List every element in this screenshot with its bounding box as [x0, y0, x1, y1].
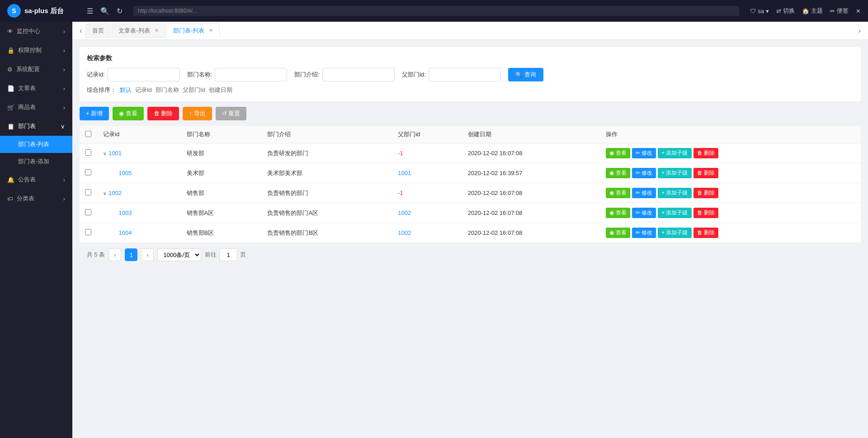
row-view-button[interactable]: ◉ 查看 — [606, 168, 630, 178]
sidebar-item-category[interactable]: 🏷分类表 › — [0, 189, 72, 208]
record-id-input[interactable] — [108, 68, 180, 81]
tab-home[interactable]: 首页 — [85, 24, 111, 38]
sidebar-item-article[interactable]: 📄文章表 › — [0, 79, 72, 98]
parent-id-value[interactable]: 1002 — [398, 229, 411, 236]
chevron-right-icon: › — [63, 195, 65, 202]
theme-button[interactable]: 🏠 主题 — [802, 7, 823, 15]
row-delete-button[interactable]: 🗑 删除 — [693, 188, 718, 198]
row-actions: ◉ 查看 ✏ 修改 + 添加子级 🗑 删除 — [606, 228, 855, 238]
page-1-button[interactable]: 1 — [125, 248, 137, 261]
parent-id-input[interactable] — [429, 68, 501, 81]
record-id-link[interactable]: 1002 — [108, 190, 122, 196]
row-checkbox[interactable] — [85, 209, 91, 215]
row-delete-button[interactable]: 🗑 删除 — [693, 148, 718, 158]
gear-icon: ⚙ — [7, 66, 13, 73]
next-page-button[interactable]: › — [141, 248, 154, 261]
row-delete-button[interactable]: 🗑 删除 — [693, 228, 718, 238]
row-add-child-button[interactable]: + 添加子级 — [658, 208, 691, 218]
cell-record-id: 1003 — [98, 203, 181, 223]
row-checkbox[interactable] — [85, 229, 91, 235]
row-add-child-button[interactable]: + 添加子级 — [658, 228, 691, 238]
close-icon[interactable]: ✕ — [856, 8, 861, 14]
record-id-link[interactable]: 1003 — [103, 209, 132, 216]
sort-option-default[interactable]: 默认 — [120, 86, 132, 94]
bookmark-button[interactable]: ✏ 便签 — [830, 7, 849, 15]
sidebar-item-system[interactable]: ⚙系统配置 › — [0, 60, 72, 79]
sidebar-item-dept-list[interactable]: 部门表-列表 — [0, 136, 72, 153]
url-bar: http://localhost:8080/#/... — [133, 6, 739, 16]
sidebar-item-dept[interactable]: 📋部门表 ∨ — [0, 117, 72, 136]
row-checkbox[interactable] — [85, 169, 91, 176]
th-actions: 操作 — [600, 126, 861, 143]
record-id-link[interactable]: 1004 — [103, 229, 132, 236]
row-edit-button[interactable]: ✏ 修改 — [632, 228, 656, 238]
search-button[interactable]: 🔍 查询 — [508, 68, 543, 81]
search-icon[interactable]: 🔍 — [100, 7, 109, 15]
sidebar-item-notice[interactable]: 🔔公告表 › — [0, 170, 72, 189]
reset-button[interactable]: ↺ 重置 — [216, 107, 247, 120]
row-edit-button[interactable]: ✏ 修改 — [632, 208, 656, 218]
parent-id-value[interactable]: 1001 — [398, 170, 411, 176]
dept-intro-input[interactable] — [322, 68, 395, 81]
sidebar-item-monitor[interactable]: 👁监控中心 › — [0, 22, 72, 41]
row-view-button[interactable]: ◉ 查看 — [606, 228, 630, 238]
view-button[interactable]: ◉ 查看 — [113, 107, 144, 120]
prev-page-button[interactable]: ‹ — [108, 248, 121, 261]
row-actions: ◉ 查看 ✏ 修改 + 添加子级 🗑 删除 — [606, 208, 855, 218]
sort-option-parent-id[interactable]: 父部门Id — [183, 86, 205, 94]
tab-prev-arrow[interactable]: ‹ — [76, 27, 85, 35]
row-view-button[interactable]: ◉ 查看 — [606, 188, 630, 198]
expand-icon[interactable]: ∨ — [103, 190, 107, 196]
row-checkbox[interactable] — [85, 149, 91, 156]
delete-button[interactable]: 🗑 删除 — [147, 107, 179, 120]
sort-option-dept-name[interactable]: 部门名称 — [156, 86, 179, 94]
select-all-checkbox[interactable] — [85, 131, 91, 137]
row-delete-button[interactable]: 🗑 删除 — [693, 208, 718, 218]
tab-article-list[interactable]: 文章表-列表 ✕ — [112, 24, 165, 38]
row-add-child-button[interactable]: + 添加子级 — [658, 148, 691, 158]
jump-suffix: 页 — [240, 251, 246, 259]
row-edit-button[interactable]: ✏ 修改 — [632, 148, 656, 158]
tab-dept-list[interactable]: 部门表-列表 ✕ — [166, 24, 220, 38]
refresh-icon[interactable]: ↻ — [117, 7, 123, 15]
row-checkbox[interactable] — [85, 189, 91, 195]
sort-option-record-id[interactable]: 记录Id — [135, 86, 152, 94]
add-button[interactable]: + 新增 — [80, 107, 109, 120]
parent-id-value[interactable]: 1002 — [398, 209, 411, 216]
page-size-select[interactable]: 1000条/页 500条/页 100条/页 — [157, 248, 201, 261]
tab-article-list-close[interactable]: ✕ — [155, 28, 159, 33]
th-parent-id: 父部门id — [392, 126, 462, 143]
sidebar-item-dept-add[interactable]: 部门表-添加 — [0, 153, 72, 170]
lock-icon: 🔒 — [7, 47, 14, 54]
table-row: ∨1001 研发部 负责研发的部门 -1 2020-12-02 16:07:08… — [80, 143, 861, 163]
menu-icon[interactable]: ☰ — [87, 7, 93, 15]
row-view-button[interactable]: ◉ 查看 — [606, 148, 630, 158]
row-delete-button[interactable]: 🗑 删除 — [693, 168, 718, 178]
record-id-link[interactable]: 1005 — [103, 170, 132, 176]
action-bar: + 新增 ◉ 查看 🗑 删除 ↑ 导出 ↺ 重置 — [80, 107, 861, 120]
user-menu[interactable]: 🛡 sa ▾ — [750, 8, 769, 14]
cell-parent-id: 1002 — [392, 203, 462, 223]
row-edit-button[interactable]: ✏ 修改 — [632, 188, 656, 198]
expand-icon[interactable]: ∨ — [103, 151, 107, 156]
sidebar-item-goods[interactable]: 🛒商品表 › — [0, 98, 72, 117]
dept-name-input[interactable] — [215, 68, 287, 81]
row-add-child-button[interactable]: + 添加子级 — [658, 168, 691, 178]
data-table: 记录id 部门名称 部门介绍 父部门id 创建日期 操作 ∨1001 研发部 负… — [80, 126, 861, 243]
cell-record-id: ∨1001 — [98, 143, 181, 163]
cell-actions: ◉ 查看 ✏ 修改 + 添加子级 🗑 删除 — [600, 223, 861, 243]
export-button[interactable]: ↑ 导出 — [183, 107, 212, 120]
topbar: S sa-plus 后台 ☰ 🔍 ↻ http://localhost:8080… — [0, 0, 868, 22]
record-id-link[interactable]: 1001 — [108, 150, 122, 157]
tab-next-arrow[interactable]: › — [855, 27, 864, 35]
sort-option-create-date[interactable]: 创建日期 — [209, 86, 232, 94]
row-view-button[interactable]: ◉ 查看 — [606, 208, 630, 218]
tab-dept-list-close[interactable]: ✕ — [209, 28, 213, 33]
row-add-child-button[interactable]: + 添加子级 — [658, 188, 691, 198]
close-window-button[interactable]: ✕ — [856, 8, 861, 14]
switch-button[interactable]: ⇄ 切换 — [776, 7, 795, 15]
chevron-right-icon: › — [63, 85, 65, 92]
sidebar-item-permission[interactable]: 🔒权限控制 › — [0, 41, 72, 60]
row-edit-button[interactable]: ✏ 修改 — [632, 168, 656, 178]
page-jump-input[interactable] — [219, 248, 237, 261]
